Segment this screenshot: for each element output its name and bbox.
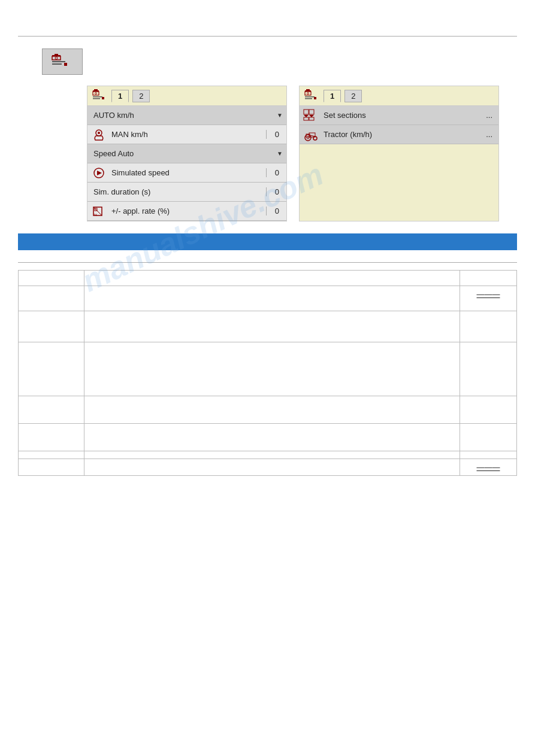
panel-right: 1 2 Set sections ... (299, 86, 499, 221)
svg-rect-5 (52, 63, 62, 65)
set-sections-dots: ... (486, 111, 495, 120)
play-icon (91, 165, 107, 181)
table-cell-col2 (84, 459, 460, 476)
appl-rate-value: 0 (266, 207, 283, 215)
panel-right-tab-2[interactable]: 2 (344, 90, 362, 102)
table-cell-col2 (84, 271, 460, 286)
table-row (19, 396, 517, 424)
panel-row-set-sections[interactable]: Set sections ... (300, 106, 498, 125)
sections-icon (303, 108, 319, 123)
rate-icon: % (91, 204, 107, 219)
top-divider (18, 36, 517, 37)
table-cell-col1 (19, 459, 84, 476)
svg-rect-24 (305, 92, 311, 95)
svg-rect-12 (93, 98, 100, 99)
table-cell-col1 (19, 451, 84, 459)
panel-right-tab-1[interactable]: 1 (324, 90, 341, 102)
sim-speed-value: 0 (266, 168, 283, 177)
svg-marker-31 (304, 115, 309, 117)
table-row: ——— (19, 459, 517, 476)
panel-left-icon (92, 89, 108, 102)
panel-left: 1 2 AUTO km/h ▼ MAN km/h 0 Speed Auto ▼ (87, 86, 287, 221)
panel-left-tab-1[interactable]: 1 (111, 90, 129, 102)
table-cell-col2 (84, 342, 460, 396)
panel-row-sim-duration[interactable]: Sim. duration (s) 0 (87, 183, 286, 202)
table-row (19, 451, 517, 459)
hand-icon (91, 127, 107, 142)
tractor-dots: ... (486, 130, 495, 139)
svg-point-15 (98, 132, 100, 134)
table-cell-col1 (19, 396, 84, 424)
svg-rect-29 (304, 110, 309, 114)
table-row (19, 271, 517, 286)
table-cell-col1 (19, 424, 84, 451)
svg-rect-33 (304, 117, 309, 120)
svg-marker-32 (309, 115, 314, 117)
svg-rect-1 (55, 54, 58, 55)
panel-row-tractor[interactable]: Tractor (km/h) ... (300, 125, 498, 144)
panel-row-speed-auto[interactable]: Speed Auto ▼ (87, 144, 286, 163)
svg-rect-8 (94, 89, 98, 90)
svg-point-3 (55, 57, 58, 59)
svg-point-10 (95, 93, 97, 95)
table-cell-col3 (460, 396, 517, 424)
svg-point-25 (307, 93, 309, 95)
tractor-icon (303, 127, 319, 142)
svg-rect-26 (305, 96, 315, 98)
set-sections-label: Set sections (321, 111, 486, 120)
table-cell-col1 (19, 342, 84, 396)
table-cell-col3 (460, 424, 517, 451)
table-cell-col2 (84, 451, 460, 459)
panel-row-appl-rate[interactable]: % +/- appl. rate (%) 0 (87, 202, 286, 221)
table-cell-col2 (84, 286, 460, 311)
mid-divider (18, 262, 517, 263)
panel-row-man-kmh[interactable]: MAN km/h 0 (87, 125, 286, 144)
sim-speed-label: Simulated speed (109, 168, 262, 177)
svg-text:%: % (94, 213, 98, 217)
table-cell-col3 (460, 342, 517, 396)
table-row: ——— (19, 286, 517, 311)
man-kmh-label: MAN km/h (109, 130, 262, 139)
table-cell-col1 (19, 286, 84, 311)
table-cell-col3: ——— (460, 459, 517, 476)
panel-right-header: 1 2 (300, 86, 498, 106)
panel-row-sim-speed[interactable]: Simulated speed 0 (87, 163, 286, 183)
table-cell-col1 (19, 271, 84, 286)
sim-duration-label: Sim. duration (s) (91, 187, 262, 196)
panels-container: 1 2 AUTO km/h ▼ MAN km/h 0 Speed Auto ▼ (87, 86, 499, 221)
table-cell-col3: ——— (460, 286, 517, 311)
table-cell-col1 (19, 311, 84, 342)
svg-rect-4 (52, 61, 65, 62)
table-cell-col2 (84, 396, 460, 424)
sim-duration-value: 0 (266, 187, 283, 196)
speed-auto-arrow: ▼ (272, 150, 283, 157)
table-cell-col2 (84, 424, 460, 451)
panel-left-tab-2[interactable]: 2 (132, 90, 150, 102)
table-cell-col3 (460, 271, 517, 286)
table-row (19, 342, 517, 396)
speed-auto-label: Speed Auto (91, 149, 272, 158)
svg-rect-28 (314, 97, 316, 99)
table-cell-col2 (84, 311, 460, 342)
auto-kmh-label: AUTO km/h (91, 111, 272, 120)
svg-rect-23 (306, 89, 310, 90)
svg-rect-9 (93, 92, 99, 95)
man-kmh-value: 0 (266, 130, 283, 139)
underline-value: ——— (477, 290, 500, 299)
underline-value-2: ——— (477, 463, 500, 472)
svg-rect-6 (64, 63, 67, 66)
svg-rect-30 (309, 110, 314, 114)
svg-marker-17 (97, 171, 102, 175)
panel-left-header: 1 2 (87, 86, 286, 106)
table-cell-col3 (460, 311, 517, 342)
panel-row-auto-kmh[interactable]: AUTO km/h ▼ (87, 106, 286, 125)
table-row (19, 311, 517, 342)
table-cell-col3 (460, 451, 517, 459)
svg-rect-34 (309, 117, 314, 120)
main-icon-box (42, 48, 83, 75)
tractor-label: Tractor (km/h) (321, 130, 486, 139)
blue-banner (18, 233, 517, 250)
panel-right-spacer (300, 144, 498, 192)
panel-right-icon (304, 89, 320, 102)
svg-rect-13 (102, 97, 104, 99)
